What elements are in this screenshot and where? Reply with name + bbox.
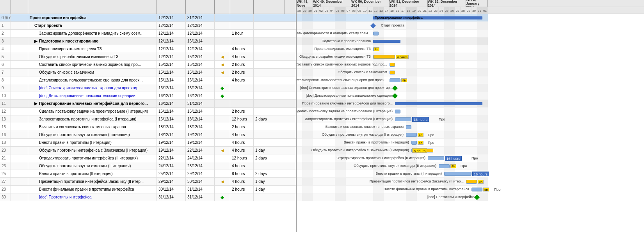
td-flag — [215, 45, 230, 53]
bar-inline-label: 4h — [418, 141, 423, 145]
milestone-diamond — [474, 195, 480, 200]
td-start: 15/12/14 — [157, 61, 186, 68]
td-planned: 2 hours — [230, 123, 254, 131]
td-num: 16 — [0, 131, 11, 138]
task-bar — [395, 110, 400, 113]
td-title: Обсудить прототипы интерфейса с Заказчик… — [28, 147, 157, 154]
td-duration — [254, 14, 285, 21]
milestone-diamond — [392, 85, 398, 91]
td-planned: 12 hours — [230, 154, 254, 162]
td-num: 23 — [0, 162, 11, 170]
bar-pro-label: Про — [428, 133, 434, 137]
td-planned: 2 hours — [230, 69, 254, 76]
td-title: Старт проекта — [28, 22, 157, 29]
td-flag: ◄ — [215, 53, 230, 60]
td-title: Выявить и согласовать список типовых экр… — [28, 123, 157, 131]
td-planned: 2 hours — [230, 186, 254, 193]
td-start: 19/12/14 — [157, 147, 186, 154]
td-info — [11, 37, 28, 45]
td-info — [11, 30, 28, 37]
td-duration — [254, 37, 285, 45]
task-bar — [373, 32, 379, 35]
col-header-start — [157, 0, 186, 14]
td-end: 30/12/14 — [186, 178, 215, 185]
td-start: 16/12/14 — [157, 84, 186, 92]
td-info — [11, 100, 28, 107]
td-flag — [215, 76, 230, 84]
td-duration — [254, 92, 285, 99]
td-start: 12/12/14 — [157, 45, 186, 53]
td-duration — [254, 123, 285, 131]
td-start: 16/12/14 — [157, 100, 186, 107]
task-row: 7Обсудить список с заказчиком15/12/1415/… — [0, 69, 296, 76]
bar-hours-label: 8 hours — [412, 148, 427, 153]
td-flag — [215, 139, 230, 146]
td-info — [11, 22, 28, 29]
td-info — [11, 154, 28, 162]
td-duration — [254, 162, 285, 170]
bar-inline-label: 8h — [478, 180, 484, 184]
td-num: 18 — [0, 139, 11, 146]
td-end: 12/12/14 — [186, 22, 215, 29]
gantt-row: [doc] Детализированные пользовательские … — [297, 92, 488, 100]
td-start: 16/12/14 — [157, 115, 186, 123]
td-start: 16/12/14 — [157, 108, 186, 115]
gantt-row: 8 hoursОбсудить прототипы интерфейса с З… — [297, 147, 488, 154]
task-row: 30[doc] Прототипы интерфейса31/12/1431/1… — [0, 193, 296, 201]
td-end: 19/12/14 — [186, 131, 215, 138]
td-num: 5 — [0, 53, 11, 60]
td-num: 21 — [0, 154, 11, 162]
td-title: Проектирование интерфейса — [28, 14, 157, 21]
td-num: 20 — [0, 147, 11, 154]
td-planned: 4 hours — [230, 147, 254, 154]
td-info — [11, 147, 28, 154]
td-title: Презентация прототипов интерфейса Заказч… — [28, 178, 157, 185]
td-planned: 4 hours — [230, 178, 254, 185]
td-end: 19/12/14 — [186, 139, 215, 146]
td-info — [11, 115, 28, 123]
td-num: 27 — [0, 178, 11, 185]
td-start: 22/12/14 — [157, 154, 186, 162]
td-num: 12 — [0, 108, 11, 115]
gantt-chart: WK 48, NoveWK 49, December 2014WK 50, De… — [297, 0, 644, 232]
gantt-row: Проектирование ключевых интерфейсов для … — [297, 100, 488, 108]
task-row: 0 ⊞ ⊙Проектирование интерфейса12/12/1431… — [0, 14, 296, 22]
flag-yellow-icon: ◄ — [220, 148, 225, 153]
td-title: Отредактировать прототипы интерфейса (II… — [28, 154, 157, 162]
task-bar — [411, 141, 417, 145]
task-row: 13Запроектировать прототипы интерфейса (… — [0, 115, 296, 123]
td-start: 16/12/14 — [157, 92, 186, 99]
td-end: 31/12/14 — [186, 100, 215, 107]
td-duration: 2 days — [254, 154, 285, 162]
td-num: 13 — [0, 115, 11, 123]
td-title: Обсудить с разработчиками имеющееся ТЗ — [28, 53, 157, 60]
td-num: 10 — [0, 92, 11, 99]
td-info — [11, 131, 28, 138]
td-num: 8 — [0, 76, 11, 84]
td-title: [doc] Детализированные пользовательские … — [28, 92, 157, 99]
task-row: 28Внести финальные правки в прототипы ин… — [0, 186, 296, 193]
gantt-text-label: Обсудить прототипы внутри команды (II ит… — [354, 164, 436, 168]
flag-yellow-icon: ◄ — [220, 179, 225, 184]
table-header — [0, 0, 296, 14]
td-end: 31/12/14 — [186, 186, 215, 193]
td-end: 16/12/14 — [186, 37, 215, 45]
col-header-num — [0, 0, 11, 14]
milestone-diamond — [370, 23, 376, 28]
td-info — [11, 170, 28, 177]
bar-pro-label: Про — [461, 164, 467, 168]
gantt-row: Зафиксировать договорённости и наладить … — [297, 30, 488, 37]
task-bar — [444, 172, 471, 176]
task-row: 11▶ Проектирование ключевых интерфейсов … — [0, 100, 296, 108]
gantt-text-label: Проектирование ключевых интерфейсов для … — [302, 101, 393, 105]
td-num: 9 — [0, 84, 11, 92]
td-planned: 2 hours — [230, 108, 254, 115]
flag-yellow-icon: ◄ — [220, 62, 225, 67]
td-info — [11, 186, 28, 193]
task-bar — [406, 133, 417, 137]
gantt-text-label: Обсудить с разработчиками имеющееся ТЗ — [299, 55, 371, 58]
td-info — [11, 108, 28, 115]
td-info — [11, 76, 28, 84]
gantt-text-label: Детализировать пользовательские сценария… — [297, 78, 387, 82]
td-num: 1 — [0, 22, 11, 29]
